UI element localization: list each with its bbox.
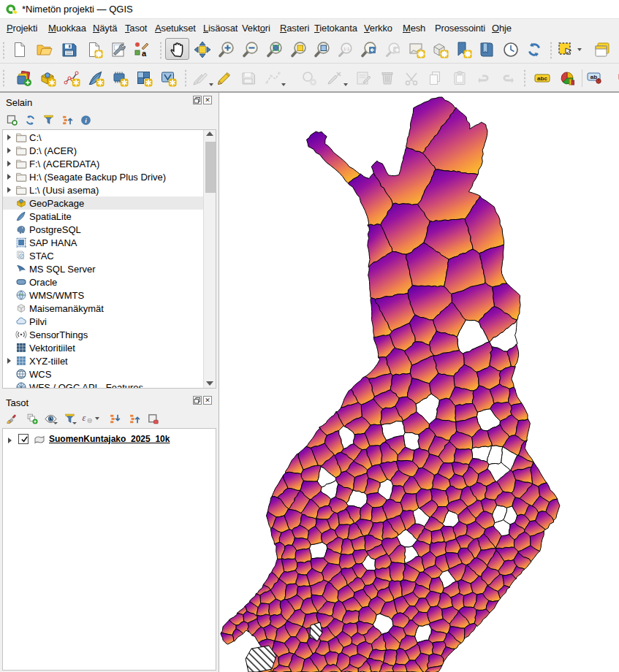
svg-text:ab: ab (590, 74, 597, 80)
svg-text:ε: ε (82, 413, 86, 423)
svg-text:i: i (85, 117, 87, 124)
svg-text:abc: abc (537, 75, 547, 82)
